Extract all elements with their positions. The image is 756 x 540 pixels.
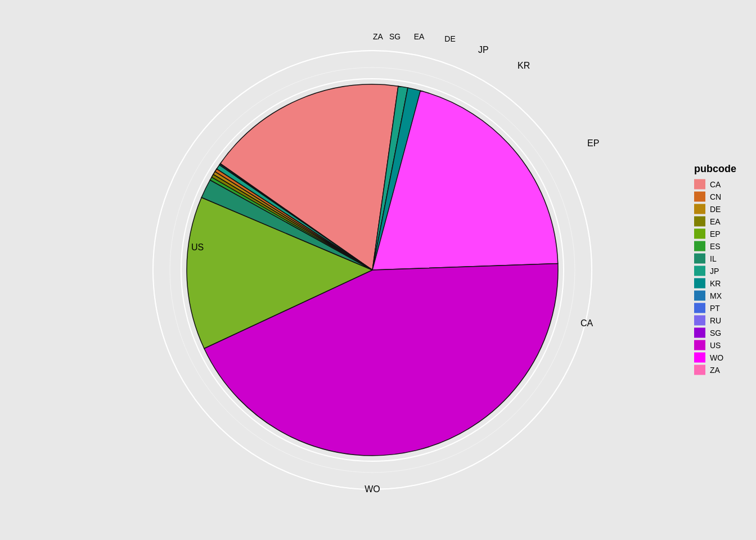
legend-item-us: US xyxy=(694,340,736,350)
legend-item-de: DE xyxy=(694,204,736,214)
legend-color-mx xyxy=(694,291,705,301)
legend-label-jp: JP xyxy=(710,267,719,276)
legend-item-kr: KR xyxy=(694,278,736,289)
legend-label-ep: EP xyxy=(710,230,721,238)
legend-label-kr: KR xyxy=(710,279,721,288)
legend-color-cn xyxy=(694,192,705,202)
legend-item-jp: JP xyxy=(694,266,736,276)
chart-container: WO CA EP KR JP DE EA SG ZA US pubcode CA… xyxy=(0,0,756,540)
legend-item-pt: PT xyxy=(694,303,736,313)
legend-color-us xyxy=(694,340,705,350)
label-kr: KR xyxy=(518,61,530,70)
legend-item-cn: CN xyxy=(694,192,736,202)
label-ca: CA xyxy=(580,318,593,328)
legend-label-us: US xyxy=(710,341,721,350)
legend-label-de: DE xyxy=(710,205,721,214)
legend: pubcode CACNDEEAEPESILJPKRMXPTRUSGUSWOZA xyxy=(686,158,745,383)
legend-label-ea: EA xyxy=(710,217,721,226)
legend-color-wo xyxy=(694,353,705,363)
legend-item-sg: SG xyxy=(694,328,736,338)
label-de: DE xyxy=(444,34,455,43)
legend-color-es xyxy=(694,241,705,251)
label-ea: EA xyxy=(414,32,425,41)
legend-label-es: ES xyxy=(710,242,721,251)
legend-color-kr xyxy=(694,278,705,289)
label-ep: EP xyxy=(587,138,599,148)
legend-label-za: ZA xyxy=(710,366,720,375)
legend-label-wo: WO xyxy=(710,353,723,362)
legend-label-pt: PT xyxy=(710,304,720,313)
legend-color-sg xyxy=(694,328,705,338)
legend-color-il xyxy=(694,254,705,264)
legend-label-il: IL xyxy=(710,254,717,263)
legend-color-jp xyxy=(694,266,705,276)
legend-item-za: ZA xyxy=(694,365,736,375)
legend-label-mx: MX xyxy=(710,291,722,300)
legend-item-es: ES xyxy=(694,241,736,251)
pie-chart: WO CA EP KR JP DE EA SG ZA US xyxy=(97,11,659,529)
legend-color-pt xyxy=(694,303,705,313)
legend-item-ru: RU xyxy=(694,316,736,326)
legend-color-ep xyxy=(694,229,705,239)
legend-item-ep: EP xyxy=(694,229,736,239)
legend-item-wo: WO xyxy=(694,353,736,363)
label-sg: SG xyxy=(389,32,400,41)
legend-color-ca xyxy=(694,179,705,190)
legend-label-ca: CA xyxy=(710,180,721,189)
label-wo: WO xyxy=(364,484,380,494)
legend-label-ru: RU xyxy=(710,316,721,325)
legend-label-sg: SG xyxy=(710,328,721,338)
legend-color-za xyxy=(694,365,705,375)
legend-item-mx: MX xyxy=(694,291,736,301)
label-jp: JP xyxy=(478,45,489,55)
legend-title: pubcode xyxy=(694,163,736,175)
legend-color-de xyxy=(694,204,705,214)
legend-color-ea xyxy=(694,217,705,227)
label-za: ZA xyxy=(373,32,384,41)
label-us: US xyxy=(191,242,204,252)
legend-item-il: IL xyxy=(694,254,736,264)
legend-color-ru xyxy=(694,316,705,326)
legend-item-ca: CA xyxy=(694,179,736,190)
legend-label-cn: CN xyxy=(710,192,721,201)
legend-item-ea: EA xyxy=(694,217,736,227)
